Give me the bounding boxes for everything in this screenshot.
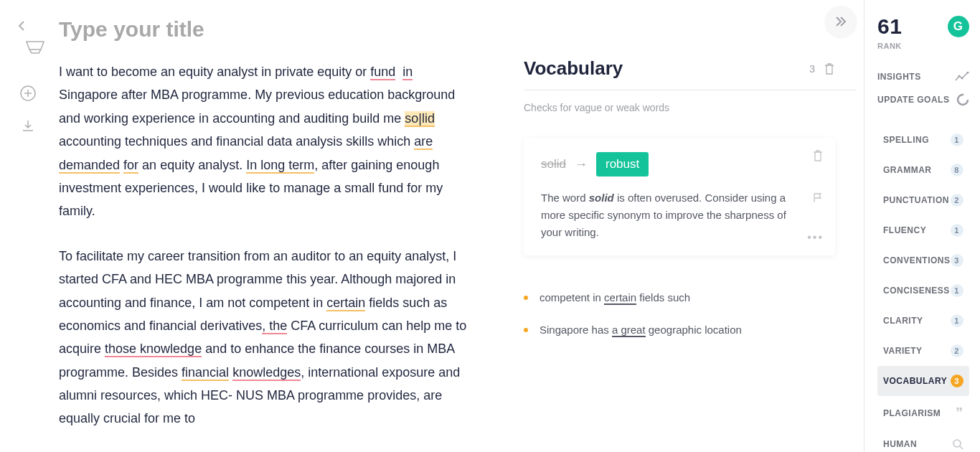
category-badge: 3: [951, 375, 963, 387]
card-desc-emph: solid: [589, 192, 614, 204]
rank-row: 61 G: [877, 14, 969, 39]
left-rail: [0, 0, 44, 452]
paragraph-2[interactable]: To facilitate my career transition from …: [59, 245, 475, 430]
replacement-button[interactable]: robust: [596, 152, 649, 176]
card-description: The word solid is often overused. Consid…: [541, 189, 818, 241]
category-row-grammar[interactable]: GRAMMAR8: [877, 155, 969, 185]
add-icon[interactable]: [18, 83, 38, 103]
svg-point-2: [961, 77, 963, 80]
category-row-variety[interactable]: VARIETY2: [877, 336, 969, 366]
original-word: solid: [541, 157, 566, 171]
insights-icon: [955, 72, 969, 82]
back-button[interactable]: [11, 16, 32, 36]
category-row-punctuation[interactable]: PUNCTUATION2: [877, 185, 969, 215]
category-row-conciseness[interactable]: CONCISENESS1: [877, 276, 969, 306]
category-row-plagiarism[interactable]: PLAGIARISM”: [877, 396, 969, 430]
rank-label: RANK: [877, 42, 969, 50]
item-prefix: competent in: [540, 291, 604, 303]
suggestions-pane: Vocabulary 3 Checks for vague or weak wo…: [504, 0, 864, 452]
category-label: PUNCTUATION: [883, 195, 949, 205]
item-text: competent in certain fields such: [540, 291, 690, 303]
svg-point-5: [953, 440, 961, 447]
category-label: CLARITY: [883, 316, 923, 326]
update-goals-label: UPDATE GOALS: [877, 95, 949, 105]
search-icon: [952, 438, 963, 450]
category-row-spelling[interactable]: SPELLING1: [877, 125, 969, 155]
category-badge: 1: [951, 314, 963, 327]
editor-pane: Type your title I want to become an equi…: [44, 0, 504, 452]
category-row-clarity[interactable]: CLARITY1: [877, 306, 969, 336]
trash-all-icon[interactable]: [824, 62, 835, 75]
category-badge: 1: [951, 284, 963, 297]
svg-point-1: [958, 75, 960, 77]
suggestion-item[interactable]: Singapore has a great geographic locatio…: [524, 314, 857, 346]
rank-score: 61: [877, 14, 902, 39]
update-goals-row[interactable]: UPDATE GOALS: [877, 88, 969, 112]
collapse-button[interactable]: [825, 6, 857, 37]
right-rail: 61 G RANK INSIGHTS UPDATE GOALS SPELLING…: [864, 0, 980, 452]
category-label: HUMAN: [883, 439, 917, 449]
app-logo-icon[interactable]: G: [948, 16, 969, 37]
item-prefix: Singapore has: [540, 324, 612, 336]
card-head: solid → robust: [541, 152, 818, 176]
category-label: SPELLING: [883, 135, 929, 145]
category-badge: 1: [951, 224, 963, 237]
item-text: Singapore has a great geographic locatio…: [540, 324, 742, 336]
insights-label: INSIGHTS: [877, 72, 921, 82]
item-suffix: geographic location: [646, 324, 742, 336]
bullet-icon: [524, 296, 528, 300]
card-more-icon[interactable]: •••: [807, 231, 824, 244]
quote-icon: ”: [956, 405, 963, 421]
insights-row[interactable]: INSIGHTS: [877, 66, 969, 88]
category-badge: 1: [951, 133, 963, 146]
item-suffix: fields such: [636, 291, 690, 303]
category-badge: 2: [951, 344, 963, 357]
paragraph-1[interactable]: I want to become an equity analyst in pr…: [59, 60, 475, 223]
suggestion-card[interactable]: ••• solid → robust The word solid is oft…: [524, 138, 835, 255]
category-badge: 2: [951, 194, 963, 207]
category-label: CONCISENESS: [883, 286, 950, 296]
card-flag-icon[interactable]: [812, 192, 824, 204]
category-label: GRAMMAR: [883, 165, 932, 175]
card-desc-prefix: The word: [541, 192, 589, 204]
category-row-vocabulary[interactable]: VOCABULARY3: [877, 366, 969, 396]
download-icon[interactable]: [18, 116, 38, 136]
vocab-subtitle: Checks for vague or weak words: [524, 90, 857, 131]
category-row-human[interactable]: HUMAN: [877, 430, 969, 452]
category-list: SPELLING1GRAMMAR8PUNCTUATION2FLUENCY1CON…: [877, 125, 969, 452]
suggestion-item[interactable]: competent in certain fields such: [524, 281, 857, 314]
category-label: VARIETY: [883, 346, 923, 356]
inbox-icon[interactable]: [25, 37, 45, 57]
category-label: PLAGIARISM: [883, 408, 941, 418]
category-label: CONVENTIONS: [883, 255, 951, 265]
category-row-conventions[interactable]: CONVENTIONS3: [877, 245, 969, 276]
card-trash-icon[interactable]: [812, 149, 824, 162]
category-label: VOCABULARY: [883, 376, 947, 386]
arrow-icon: →: [575, 157, 588, 172]
title-placeholder[interactable]: Type your title: [59, 17, 475, 42]
vocab-header-actions: 3: [809, 62, 835, 75]
goals-icon: [956, 93, 969, 106]
item-target: certain: [604, 291, 636, 305]
vocab-title: Vocabulary: [524, 57, 623, 80]
bullet-icon: [524, 328, 528, 332]
category-label: FLUENCY: [883, 225, 926, 235]
svg-point-4: [958, 95, 968, 105]
vocab-count: 3: [809, 63, 815, 75]
category-badge: 3: [951, 254, 963, 267]
vocab-header: Vocabulary 3: [524, 13, 857, 90]
category-row-fluency[interactable]: FLUENCY1: [877, 215, 969, 245]
item-target: a great: [612, 324, 646, 337]
category-badge: 8: [951, 164, 963, 176]
